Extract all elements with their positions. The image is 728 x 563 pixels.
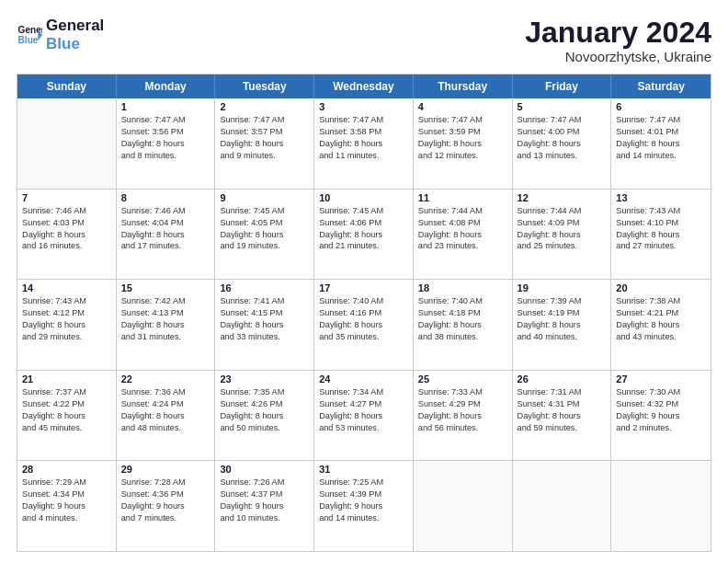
calendar-cell: 27Sunrise: 7:30 AMSunset: 4:32 PMDayligh… [611,371,711,461]
cell-line: Daylight: 9 hours [220,500,309,512]
cell-line: Sunrise: 7:38 AM [616,295,706,307]
cell-line: and 7 minutes. [121,512,210,524]
cell-line: Daylight: 8 hours [616,138,706,150]
calendar-cell: 3Sunrise: 7:47 AMSunset: 3:58 PMDaylight… [314,98,414,189]
calendar-cell: 11Sunrise: 7:44 AMSunset: 4:08 PMDayligh… [414,190,513,280]
cell-line: Sunrise: 7:45 AM [319,205,408,217]
svg-text:Blue: Blue [18,34,39,44]
logo-line1: General [46,17,104,35]
cell-line: Daylight: 8 hours [518,319,607,331]
cell-line: Sunset: 4:04 PM [121,217,210,229]
day-number: 31 [319,464,408,475]
day-number: 3 [319,101,408,112]
cell-line: and 53 minutes. [319,422,408,434]
cell-line: and 59 minutes. [518,422,607,434]
cell-line: and 21 minutes. [319,240,408,252]
calendar-cell: 12Sunrise: 7:44 AMSunset: 4:09 PMDayligh… [513,190,612,280]
cell-line: and 11 minutes. [319,150,408,162]
cell-line: Daylight: 8 hours [418,319,507,331]
cell-line: and 14 minutes. [616,150,706,162]
cell-line: and 29 minutes. [22,331,111,343]
cell-line: Sunset: 4:34 PM [22,488,111,500]
day-number: 24 [319,373,408,385]
cell-line: Daylight: 9 hours [319,500,408,512]
cell-line: and 17 minutes. [121,240,210,252]
cell-line: and 45 minutes. [22,422,111,434]
logo: General Blue General Blue [17,17,104,52]
cell-line: Sunset: 4:18 PM [418,307,507,319]
cell-line: Sunrise: 7:46 AM [22,205,111,217]
cell-line: and 13 minutes. [518,150,607,162]
cell-line: Sunrise: 7:40 AM [418,295,507,307]
cell-line: Sunrise: 7:30 AM [616,386,706,398]
cell-line: and 56 minutes. [418,422,507,434]
calendar-cell: 5Sunrise: 7:47 AMSunset: 4:00 PMDaylight… [513,98,612,189]
cell-line: and 2 minutes. [616,422,706,434]
calendar-cell: 22Sunrise: 7:36 AMSunset: 4:24 PMDayligh… [117,371,216,461]
cell-line: Daylight: 8 hours [616,319,706,331]
calendar-cell: 28Sunrise: 7:29 AMSunset: 4:34 PMDayligh… [17,461,117,551]
cell-line: Sunset: 3:59 PM [418,126,507,138]
calendar-cell: 1Sunrise: 7:47 AMSunset: 3:56 PMDaylight… [117,98,216,189]
day-number: 16 [220,282,309,293]
calendar-header-cell: Saturday [611,75,711,98]
calendar-cell: 20Sunrise: 7:38 AMSunset: 4:21 PMDayligh… [611,280,711,370]
cell-line: Sunset: 4:01 PM [616,126,706,138]
calendar-cell: 16Sunrise: 7:41 AMSunset: 4:15 PMDayligh… [215,280,314,370]
calendar-header-cell: Friday [513,75,612,98]
cell-line: Sunrise: 7:43 AM [616,205,706,217]
cell-line: Sunrise: 7:33 AM [418,386,507,398]
day-number: 30 [220,464,309,475]
cell-line: Sunset: 4:10 PM [616,217,706,229]
cell-line: and 27 minutes. [616,240,706,252]
cell-line: Sunrise: 7:31 AM [518,386,607,398]
cell-line: Daylight: 8 hours [418,229,507,241]
cell-line: Sunset: 4:09 PM [518,217,607,229]
cell-line: Sunrise: 7:25 AM [319,477,408,488]
subtitle: Novoorzhytske, Ukraine [525,49,711,64]
cell-line: Sunset: 4:06 PM [319,217,408,229]
day-number: 21 [22,373,111,385]
calendar-cell: 25Sunrise: 7:33 AMSunset: 4:29 PMDayligh… [414,371,513,461]
cell-line: Sunset: 4:15 PM [220,307,309,319]
logo-icon: General Blue [17,22,42,48]
cell-line: Sunset: 4:12 PM [22,307,111,319]
calendar-cell: 6Sunrise: 7:47 AMSunset: 4:01 PMDaylight… [611,98,711,189]
calendar-cell: 19Sunrise: 7:39 AMSunset: 4:19 PMDayligh… [513,280,612,370]
cell-line: Daylight: 8 hours [518,138,607,150]
calendar-cell: 2Sunrise: 7:47 AMSunset: 3:57 PMDaylight… [215,98,314,189]
calendar-cell: 8Sunrise: 7:46 AMSunset: 4:04 PMDaylight… [117,190,216,280]
cell-line: Sunset: 4:22 PM [22,398,111,410]
cell-line: Sunset: 4:08 PM [418,217,507,229]
day-number: 2 [220,101,309,112]
cell-line: Sunrise: 7:40 AM [319,295,408,307]
cell-line: and 50 minutes. [220,422,309,434]
cell-line: Sunset: 4:03 PM [22,217,111,229]
cell-line: Daylight: 9 hours [616,410,706,422]
title-block: January 2024 Novoorzhytske, Ukraine [525,17,711,64]
cell-line: and 12 minutes. [418,150,507,162]
cell-line: and 35 minutes. [319,331,408,343]
day-number: 11 [418,192,507,203]
cell-line: Sunset: 4:31 PM [518,398,607,410]
cell-line: Sunset: 4:32 PM [616,398,706,410]
calendar-row: 14Sunrise: 7:43 AMSunset: 4:12 PMDayligh… [17,280,711,371]
cell-line: and 4 minutes. [22,512,111,524]
day-number: 29 [121,464,210,475]
calendar-cell: 9Sunrise: 7:45 AMSunset: 4:05 PMDaylight… [215,190,314,280]
cell-line: Sunset: 4:29 PM [418,398,507,410]
day-number: 6 [616,101,706,112]
cell-line: Daylight: 8 hours [418,138,507,150]
cell-line: Sunrise: 7:26 AM [220,477,309,488]
cell-line: Daylight: 8 hours [319,410,408,422]
cell-line: and 10 minutes. [220,512,309,524]
calendar-row: 7Sunrise: 7:46 AMSunset: 4:03 PMDaylight… [17,190,711,281]
cell-line: Sunrise: 7:36 AM [121,386,210,398]
calendar-header-cell: Monday [117,75,216,98]
cell-line: and 19 minutes. [220,240,309,252]
cell-line: Sunset: 4:19 PM [518,307,607,319]
cell-line: Daylight: 8 hours [121,229,210,241]
cell-line: Sunset: 4:26 PM [220,398,309,410]
cell-line: Daylight: 8 hours [319,319,408,331]
main-title: January 2024 [525,17,711,49]
